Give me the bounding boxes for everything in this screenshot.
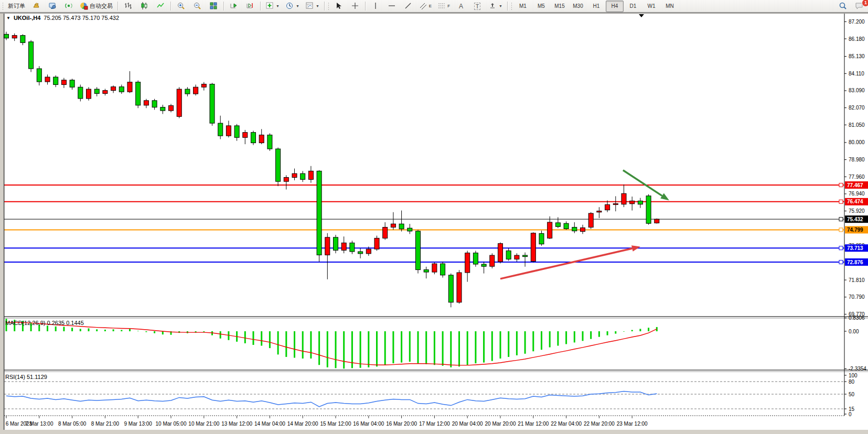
text-tool-button[interactable]: A [453, 1, 469, 12]
candle-body [78, 87, 83, 99]
zoom-in-button[interactable] [173, 1, 189, 12]
dropdown-arrow-icon: ▼ [296, 4, 299, 8]
horizontal-line-tool-button[interactable] [384, 1, 400, 12]
search-button[interactable] [835, 1, 851, 12]
indicators-button[interactable]: ▼ [263, 1, 282, 12]
trendline-tool-button[interactable] [400, 1, 416, 12]
fibonacci-tool-button[interactable]: F [435, 1, 453, 12]
signal-icon [65, 2, 73, 11]
candle-body [20, 36, 25, 43]
timeframe-button-m1[interactable]: M1 [514, 1, 532, 12]
svg-text:0.00: 0.00 [849, 329, 859, 334]
candlestick-mode-button[interactable] [136, 1, 152, 12]
svg-text:14 Mar 04:00: 14 Mar 04:00 [254, 421, 285, 427]
autotrade-button[interactable]: 自动交易 [77, 1, 115, 12]
svg-text:76.940: 76.940 [849, 191, 865, 197]
templates-button[interactable]: ▼ [303, 1, 322, 12]
tile-windows-button[interactable] [206, 1, 221, 12]
svg-text:86.180: 86.180 [849, 36, 865, 42]
cursor-tool-button[interactable] [331, 1, 347, 12]
candle-body [399, 224, 404, 229]
line-chart-mode-button[interactable] [153, 1, 168, 12]
template-icon [305, 2, 314, 11]
timeframe-button-m15[interactable]: M15 [551, 1, 569, 12]
history-center-button[interactable] [28, 1, 44, 12]
svg-text:22 Mar 20:00: 22 Mar 20:00 [584, 421, 615, 427]
svg-text:81.050: 81.050 [849, 122, 865, 128]
candle-body [655, 219, 659, 223]
macd-indicator-label: MACD(12,26,9) 0.2635 0.1445 [5, 320, 84, 326]
tile-windows-icon [209, 2, 218, 11]
search-icon [839, 2, 847, 11]
candle-body [638, 201, 642, 204]
candle-body [243, 133, 248, 138]
timeframe-button-d1[interactable]: D1 [624, 1, 642, 12]
channel-tool-button[interactable]: E [416, 1, 434, 12]
svg-text:17 Mar 12:00: 17 Mar 12:00 [419, 421, 450, 427]
zoom-out-button[interactable] [189, 1, 205, 12]
timeframe-button-h1[interactable]: H1 [587, 1, 605, 12]
periods-button[interactable]: ▼ [283, 1, 302, 12]
candle-body [94, 89, 99, 93]
text-label-tool-button[interactable]: T [469, 1, 485, 12]
candle-body [61, 80, 66, 85]
bar-chart-mode-button[interactable] [120, 1, 136, 12]
zoom-in-icon [177, 2, 185, 11]
toolbar-separator [117, 2, 118, 10]
toolbar-grip[interactable] [511, 2, 512, 10]
chart-background [4, 14, 868, 430]
candle-body [490, 255, 495, 266]
toolbar: 新订单 自动交易 ▼ ▼ [0, 0, 868, 13]
svg-text:22 Mar 04:00: 22 Mar 04:00 [551, 421, 582, 427]
new-order-button[interactable]: 新订单 [5, 1, 28, 12]
arrows-tool-button[interactable]: ▼ [486, 1, 505, 12]
timeframe-button-m30[interactable]: M30 [569, 1, 587, 12]
candle-body [334, 237, 338, 251]
svg-text:10 Mar 21:00: 10 Mar 21:00 [188, 421, 219, 427]
timeframe-button-mn[interactable]: MN [661, 1, 679, 12]
toolbar-grip[interactable] [2, 2, 4, 10]
candle-body [53, 77, 58, 84]
candle-body [506, 251, 511, 259]
timeframe-button-m5[interactable]: M5 [532, 1, 550, 12]
candle-body [70, 80, 74, 87]
candle-body [87, 89, 91, 99]
zoom-out-icon [193, 2, 201, 11]
svg-text:0.8306: 0.8306 [849, 315, 865, 321]
candle-body [597, 211, 602, 212]
toolbar-grip[interactable] [328, 2, 329, 10]
notifications-button[interactable]: 1 [851, 1, 867, 12]
timeframe-button-w1[interactable]: W1 [642, 1, 660, 12]
svg-text:74.799: 74.799 [847, 227, 863, 233]
autotrade-icon [80, 2, 88, 11]
text-tool-glyph: A [459, 3, 463, 10]
rsi-indicator-label: RSI(14) 51.1129 [5, 374, 47, 380]
arrow-shapes-icon [488, 2, 497, 11]
svg-text:83.090: 83.090 [849, 88, 865, 93]
chart-shift-button[interactable] [242, 1, 258, 12]
svg-text:9 Mar 13:00: 9 Mar 13:00 [124, 421, 153, 427]
svg-text:87.200: 87.200 [849, 19, 865, 25]
crosshair-tool-button[interactable] [347, 1, 363, 12]
auto-scroll-button[interactable] [226, 1, 242, 12]
symbol-dropdown-icon[interactable]: ▼ [6, 16, 10, 20]
candle-body [194, 87, 198, 94]
chart-canvas[interactable]: 87.20086.18085.13084.11083.09082.07081.0… [0, 13, 868, 434]
signals-button[interactable] [61, 1, 77, 12]
candle-body [259, 135, 264, 143]
timeframe-button-h4[interactable]: H4 [606, 1, 624, 12]
cursor-icon [335, 2, 343, 11]
svg-text:16 Mar 04:00: 16 Mar 04:00 [353, 421, 384, 427]
line-chart-icon [156, 2, 165, 11]
metaeditor-button[interactable] [45, 1, 60, 12]
candle-body [465, 253, 470, 273]
vertical-line-tool-button[interactable] [368, 1, 383, 12]
mt4-terminal: { "toolbar": { "new_order_label": "新订单",… [0, 0, 868, 434]
candle-body [292, 173, 297, 177]
svg-text:0: 0 [849, 411, 852, 417]
svg-text:73.713: 73.713 [847, 245, 863, 251]
horizontal-line-icon [388, 2, 396, 11]
svg-text:13 Mar 12:00: 13 Mar 12:00 [221, 421, 252, 427]
candle-body [136, 82, 141, 105]
candle-body [523, 255, 528, 257]
